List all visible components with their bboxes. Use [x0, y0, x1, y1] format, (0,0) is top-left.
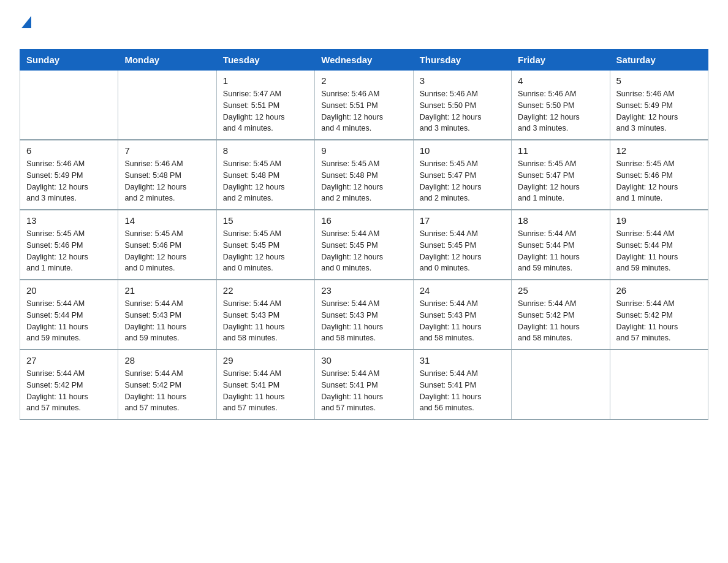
day-number: 14 [124, 215, 210, 226]
calendar-header-row: SundayMondayTuesdayWednesdayThursdayFrid… [20, 50, 708, 71]
day-number: 22 [223, 285, 308, 296]
day-detail: Sunrise: 5:46 AM Sunset: 5:50 PM Dayligh… [518, 88, 603, 134]
day-detail: Sunrise: 5:46 AM Sunset: 5:49 PM Dayligh… [616, 88, 702, 134]
calendar-week-row: 1Sunrise: 5:47 AM Sunset: 5:51 PM Daylig… [20, 71, 708, 140]
calendar-header-friday: Friday [512, 50, 610, 71]
day-number: 2 [321, 75, 406, 86]
calendar-cell: 10Sunrise: 5:45 AM Sunset: 5:47 PM Dayli… [413, 140, 511, 210]
calendar-cell: 5Sunrise: 5:46 AM Sunset: 5:49 PM Daylig… [610, 71, 708, 140]
calendar-header-thursday: Thursday [413, 50, 511, 71]
calendar-week-row: 27Sunrise: 5:44 AM Sunset: 5:42 PM Dayli… [20, 350, 708, 419]
calendar-header-saturday: Saturday [610, 50, 708, 71]
day-detail: Sunrise: 5:45 AM Sunset: 5:46 PM Dayligh… [616, 158, 702, 204]
day-detail: Sunrise: 5:44 AM Sunset: 5:43 PM Dayligh… [124, 298, 210, 344]
day-number: 16 [321, 215, 406, 226]
calendar-cell: 23Sunrise: 5:44 AM Sunset: 5:43 PM Dayli… [315, 280, 413, 350]
calendar-cell: 12Sunrise: 5:45 AM Sunset: 5:46 PM Dayli… [610, 140, 708, 210]
logo [20, 15, 31, 43]
day-detail: Sunrise: 5:44 AM Sunset: 5:43 PM Dayligh… [223, 298, 308, 344]
calendar-cell: 22Sunrise: 5:44 AM Sunset: 5:43 PM Dayli… [216, 280, 314, 350]
calendar-cell: 1Sunrise: 5:47 AM Sunset: 5:51 PM Daylig… [216, 71, 314, 140]
day-detail: Sunrise: 5:44 AM Sunset: 5:43 PM Dayligh… [420, 298, 505, 344]
day-number: 28 [124, 355, 210, 366]
calendar-header-monday: Monday [118, 50, 216, 71]
calendar-cell: 18Sunrise: 5:44 AM Sunset: 5:44 PM Dayli… [512, 210, 610, 280]
day-number: 24 [420, 285, 505, 296]
calendar-week-row: 20Sunrise: 5:44 AM Sunset: 5:44 PM Dayli… [20, 280, 708, 350]
day-detail: Sunrise: 5:45 AM Sunset: 5:45 PM Dayligh… [223, 228, 308, 274]
day-detail: Sunrise: 5:46 AM Sunset: 5:48 PM Dayligh… [124, 158, 210, 204]
day-number: 18 [518, 215, 603, 226]
day-detail: Sunrise: 5:47 AM Sunset: 5:51 PM Dayligh… [223, 88, 308, 134]
day-number: 17 [420, 215, 505, 226]
day-detail: Sunrise: 5:46 AM Sunset: 5:51 PM Dayligh… [321, 88, 406, 134]
day-detail: Sunrise: 5:44 AM Sunset: 5:44 PM Dayligh… [616, 228, 702, 274]
day-detail: Sunrise: 5:46 AM Sunset: 5:50 PM Dayligh… [420, 88, 505, 134]
calendar-cell: 25Sunrise: 5:44 AM Sunset: 5:42 PM Dayli… [512, 280, 610, 350]
day-detail: Sunrise: 5:45 AM Sunset: 5:48 PM Dayligh… [321, 158, 406, 204]
calendar-cell [20, 71, 118, 140]
day-number: 6 [26, 145, 112, 156]
day-number: 4 [518, 75, 603, 86]
day-number: 20 [26, 285, 112, 296]
calendar-cell: 24Sunrise: 5:44 AM Sunset: 5:43 PM Dayli… [413, 280, 511, 350]
day-detail: Sunrise: 5:45 AM Sunset: 5:47 PM Dayligh… [420, 158, 505, 204]
calendar-header-tuesday: Tuesday [216, 50, 314, 71]
day-detail: Sunrise: 5:44 AM Sunset: 5:44 PM Dayligh… [518, 228, 603, 274]
calendar-cell: 14Sunrise: 5:45 AM Sunset: 5:46 PM Dayli… [118, 210, 216, 280]
day-detail: Sunrise: 5:44 AM Sunset: 5:42 PM Dayligh… [518, 298, 603, 344]
calendar-week-row: 13Sunrise: 5:45 AM Sunset: 5:46 PM Dayli… [20, 210, 708, 280]
calendar-cell: 11Sunrise: 5:45 AM Sunset: 5:47 PM Dayli… [512, 140, 610, 210]
day-number: 5 [616, 75, 702, 86]
calendar-cell [512, 350, 610, 419]
calendar-cell: 26Sunrise: 5:44 AM Sunset: 5:42 PM Dayli… [610, 280, 708, 350]
calendar-cell: 7Sunrise: 5:46 AM Sunset: 5:48 PM Daylig… [118, 140, 216, 210]
page-header [20, 15, 708, 43]
day-number: 29 [223, 355, 308, 366]
calendar-cell: 17Sunrise: 5:44 AM Sunset: 5:45 PM Dayli… [413, 210, 511, 280]
calendar-cell: 21Sunrise: 5:44 AM Sunset: 5:43 PM Dayli… [118, 280, 216, 350]
day-number: 13 [26, 215, 112, 226]
logo-triangle-icon [21, 16, 31, 28]
day-detail: Sunrise: 5:44 AM Sunset: 5:45 PM Dayligh… [321, 228, 406, 274]
day-detail: Sunrise: 5:44 AM Sunset: 5:42 PM Dayligh… [124, 368, 210, 414]
day-number: 21 [124, 285, 210, 296]
day-number: 3 [420, 75, 505, 86]
day-detail: Sunrise: 5:45 AM Sunset: 5:46 PM Dayligh… [124, 228, 210, 274]
day-number: 30 [321, 355, 406, 366]
calendar-cell: 6Sunrise: 5:46 AM Sunset: 5:49 PM Daylig… [20, 140, 118, 210]
calendar-cell: 20Sunrise: 5:44 AM Sunset: 5:44 PM Dayli… [20, 280, 118, 350]
calendar-table: SundayMondayTuesdayWednesdayThursdayFrid… [20, 49, 708, 420]
day-number: 11 [518, 145, 603, 156]
calendar-cell: 2Sunrise: 5:46 AM Sunset: 5:51 PM Daylig… [315, 71, 413, 140]
day-number: 26 [616, 285, 702, 296]
day-number: 1 [223, 75, 308, 86]
day-number: 12 [616, 145, 702, 156]
calendar-header-wednesday: Wednesday [315, 50, 413, 71]
day-number: 27 [26, 355, 112, 366]
day-number: 10 [420, 145, 505, 156]
day-number: 9 [321, 145, 406, 156]
calendar-cell: 30Sunrise: 5:44 AM Sunset: 5:41 PM Dayli… [315, 350, 413, 419]
day-number: 25 [518, 285, 603, 296]
calendar-cell [118, 71, 216, 140]
day-number: 15 [223, 215, 308, 226]
day-detail: Sunrise: 5:44 AM Sunset: 5:43 PM Dayligh… [321, 298, 406, 344]
calendar-header-sunday: Sunday [20, 50, 118, 71]
day-detail: Sunrise: 5:45 AM Sunset: 5:48 PM Dayligh… [223, 158, 308, 204]
day-number: 23 [321, 285, 406, 296]
calendar-cell: 16Sunrise: 5:44 AM Sunset: 5:45 PM Dayli… [315, 210, 413, 280]
calendar-cell: 19Sunrise: 5:44 AM Sunset: 5:44 PM Dayli… [610, 210, 708, 280]
day-number: 7 [124, 145, 210, 156]
calendar-cell: 4Sunrise: 5:46 AM Sunset: 5:50 PM Daylig… [512, 71, 610, 140]
calendar-cell: 28Sunrise: 5:44 AM Sunset: 5:42 PM Dayli… [118, 350, 216, 419]
day-number: 31 [420, 355, 505, 366]
day-detail: Sunrise: 5:44 AM Sunset: 5:44 PM Dayligh… [26, 298, 112, 344]
day-detail: Sunrise: 5:44 AM Sunset: 5:42 PM Dayligh… [616, 298, 702, 344]
calendar-cell [610, 350, 708, 419]
calendar-cell: 8Sunrise: 5:45 AM Sunset: 5:48 PM Daylig… [216, 140, 314, 210]
calendar-cell: 9Sunrise: 5:45 AM Sunset: 5:48 PM Daylig… [315, 140, 413, 210]
calendar-cell: 13Sunrise: 5:45 AM Sunset: 5:46 PM Dayli… [20, 210, 118, 280]
day-number: 8 [223, 145, 308, 156]
day-detail: Sunrise: 5:44 AM Sunset: 5:41 PM Dayligh… [420, 368, 505, 414]
